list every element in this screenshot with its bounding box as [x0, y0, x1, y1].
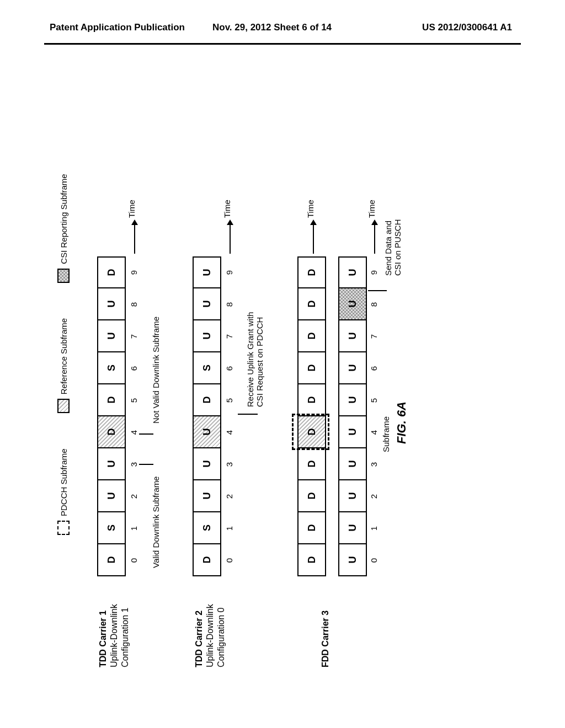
- subframe-cell: D: [97, 256, 126, 288]
- subframe-cell: U: [97, 480, 126, 512]
- figure-rotated-canvas: PDCCH Subframe Reference Subframe CSI Re…: [50, 72, 513, 673]
- subframe-index: 6: [225, 352, 236, 384]
- carrier-1-label: TDD Carrier 1 Uplink-Downlink Configurat…: [98, 593, 131, 667]
- subframe-cell: U: [338, 256, 367, 288]
- carrier-2-index: 0123456789: [225, 256, 236, 576]
- subframe-index: 7: [225, 320, 236, 352]
- subframe-cell: U: [338, 320, 367, 352]
- carrier-1-index: 0123456789: [129, 256, 140, 576]
- subframe-cell: U: [193, 320, 221, 352]
- subframe-cell: D: [193, 384, 221, 416]
- pdcch-subframe-box: [292, 414, 329, 450]
- carrier-2-grid: DSUUUDSUUU: [193, 256, 221, 576]
- subframe-index: 2: [225, 480, 236, 512]
- subframe-cell: S: [193, 512, 221, 544]
- notvalid-leader: [139, 433, 153, 435]
- subframe-cell: U: [193, 288, 221, 320]
- carrier-2-sub: Uplink-Downlink Configuration 0: [205, 604, 226, 667]
- subframe-cell: D: [297, 480, 326, 512]
- header-right: US 2012/0300641 A1: [422, 22, 512, 33]
- subframe-cell: D: [297, 288, 326, 320]
- subframe-cell: U: [338, 384, 367, 416]
- sendcsi-label: Send Data and CSI on PUSCH: [383, 219, 402, 276]
- header-rule: [44, 43, 521, 45]
- subframe-index: 0: [129, 544, 140, 576]
- subframe-cell: D: [297, 512, 326, 544]
- subframe-index: 9: [225, 256, 236, 288]
- subframe-index: 9: [369, 256, 380, 288]
- subframe-index: 6: [369, 352, 380, 384]
- header-center: Nov. 29, 2012 Sheet 6 of 14: [212, 22, 332, 33]
- subframe-cell: U: [338, 544, 367, 576]
- subframe-index: 7: [129, 320, 140, 352]
- ulgrant-label: Receive Uplink Grant with CSI Request on…: [246, 312, 264, 407]
- carrier-3-index: 0123456789: [369, 256, 380, 576]
- valid-label: Valid Downlink Subframe: [151, 477, 161, 568]
- time-label-1: Time: [127, 200, 136, 218]
- subframe-cell: U: [338, 416, 367, 448]
- subframe-index: 4: [369, 416, 380, 448]
- subframe-index: 4: [225, 416, 236, 448]
- subframe-index: 6: [129, 352, 140, 384]
- legend: PDCCH Subframe Reference Subframe CSI Re…: [57, 77, 74, 535]
- time-arrow-3a: [313, 221, 314, 254]
- subframe-cell: U: [338, 512, 367, 544]
- subframe-cell: D: [97, 544, 126, 576]
- subframe-cell: D: [297, 352, 326, 384]
- legend-reference: Reference Subframe: [57, 318, 70, 413]
- subframe-index: 3: [129, 448, 140, 480]
- subframe-cell: D: [297, 256, 326, 288]
- subframe-cell: D: [297, 544, 326, 576]
- subframe-cell: S: [97, 512, 126, 544]
- pdcch-icon: [57, 521, 70, 535]
- subframe-index: 1: [369, 512, 380, 544]
- subframe-index: 0: [225, 544, 236, 576]
- subframe-cell: D: [97, 416, 126, 448]
- legend-pdcch-label: PDCCH Subframe: [59, 448, 68, 516]
- subframe-cell: U: [193, 256, 221, 288]
- subframe-cell: U: [338, 288, 367, 320]
- subframe-cell: D: [297, 384, 326, 416]
- subframe-cell: S: [97, 352, 126, 384]
- subframe-cell: U: [338, 480, 367, 512]
- subframe-label: Subframe: [381, 416, 391, 452]
- subframe-index: 2: [369, 480, 380, 512]
- subframe-cell: U: [193, 416, 221, 448]
- subframe-cell: D: [193, 544, 221, 576]
- time-arrow-2: [230, 221, 231, 254]
- subframe-cell: U: [193, 480, 221, 512]
- subframe-cell: U: [97, 448, 126, 480]
- subframe-index: 3: [369, 448, 380, 480]
- legend-csi: CSI Reporting Subframe: [57, 174, 70, 282]
- legend-pdcch: PDCCH Subframe: [57, 448, 70, 535]
- ulgrant-leader: [238, 414, 258, 415]
- notvalid-label: Not Valid Downlink Subframe: [151, 317, 161, 424]
- subframe-index: 2: [129, 480, 140, 512]
- subframe-cell: U: [97, 288, 126, 320]
- time-arrow-3b: [374, 221, 375, 254]
- carrier-3-ul-grid: UUUUUUUUUU: [338, 256, 367, 576]
- subframe-cell: U: [97, 320, 126, 352]
- subframe-index: 0: [369, 544, 380, 576]
- subframe-cell: D: [97, 384, 126, 416]
- subframe-cell: U: [193, 448, 221, 480]
- subframe-index: 8: [129, 288, 140, 320]
- figure-tag: FIG. 6A: [395, 402, 409, 444]
- valid-leader: [139, 464, 153, 465]
- carrier-2-label: TDD Carrier 2 Uplink-Downlink Configurat…: [194, 593, 227, 667]
- legend-reference-label: Reference Subframe: [59, 318, 68, 394]
- carrier-1-sub: Uplink-Downlink Configuration 1: [109, 604, 130, 667]
- carrier-2-block: TDD Carrier 2 Uplink-Downlink Configurat…: [190, 72, 284, 673]
- csi-icon: [57, 269, 70, 283]
- subframe-index: 1: [129, 512, 140, 544]
- time-label-3b: Time: [367, 200, 376, 218]
- subframe-index: 5: [129, 384, 140, 416]
- subframe-cell: U: [338, 448, 367, 480]
- subframe-cell: D: [297, 320, 326, 352]
- subframe-index: 3: [225, 448, 236, 480]
- subframe-index: 4: [129, 416, 140, 448]
- carrier-3-label: FDD Carrier 3: [320, 593, 331, 667]
- subframe-cell: U: [338, 352, 367, 384]
- subframe-index: 5: [225, 384, 236, 416]
- legend-csi-label: CSI Reporting Subframe: [59, 174, 68, 264]
